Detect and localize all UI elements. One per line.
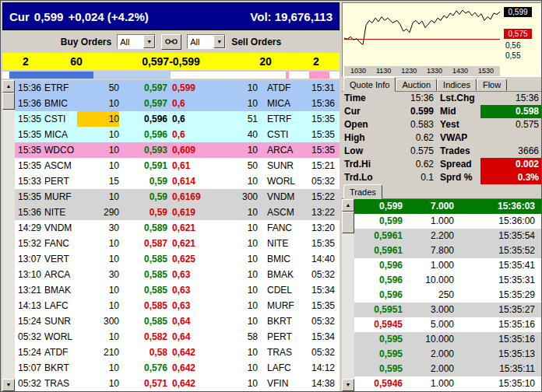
order-book-row[interactable]: 14:29 VNDM 30 0,589 0,621 10 FANC 13:20 bbox=[15, 220, 340, 236]
ask-price: 0,642 bbox=[167, 360, 217, 376]
buy-order-time: 15:24 bbox=[15, 345, 44, 360]
bid-price: 0,576 bbox=[119, 360, 167, 376]
order-book-row[interactable]: 15:35 ASCM 10 0,591 0,61 50 SUNR 15:21 bbox=[15, 158, 340, 173]
bid-price: 0,591 bbox=[119, 158, 167, 173]
order-book-row[interactable]: 15:35 MICA 10 0,596 0,6 40 CSTI 15:35 bbox=[15, 127, 340, 142]
scroll-down-icon[interactable]: ▼ bbox=[342, 379, 354, 391]
trade-time: 15:35:54 bbox=[454, 229, 541, 243]
scrollbar-thumb[interactable] bbox=[2, 93, 15, 110]
order-book-row[interactable]: 05:32 TRAS 10 0,571 0,642 10 VFIN 14:38 bbox=[15, 376, 340, 391]
trades-scrollbar[interactable]: ▲ ▼ bbox=[342, 199, 354, 391]
bid-price: 0,582 bbox=[119, 329, 167, 345]
ask-price: 0,6 bbox=[167, 96, 217, 111]
trade-price: 0,596 bbox=[354, 273, 403, 288]
order-book-row[interactable]: 15:36 NITE 290 0,59 0,619 10 ASCM 13:22 bbox=[15, 205, 340, 220]
buy-quantity: 10 bbox=[77, 236, 119, 251]
quote-label: Yest bbox=[434, 118, 480, 131]
sell-order-time: 05:32 bbox=[298, 173, 340, 189]
bid-price: 0,585 bbox=[119, 282, 167, 298]
quote-value: 0.583 bbox=[375, 118, 434, 131]
ask-price: 0,619 bbox=[167, 205, 217, 220]
quote-info-row: Time 15:36 Lst.Chg 15:36 bbox=[342, 92, 541, 105]
sell-quantity: 10 bbox=[217, 376, 258, 391]
trade-time: 15:35:10 bbox=[454, 376, 541, 391]
quote-label: Spread bbox=[434, 158, 480, 171]
scroll-down-icon[interactable]: ▼ bbox=[2, 379, 15, 391]
order-book-row[interactable]: 13:21 BMAK 10 0,585 0,63 10 CDEL 15:34 bbox=[15, 282, 340, 298]
order-book-row[interactable]: 15:36 BMIC 10 0,597 0,6 10 MICA 15:36 bbox=[15, 96, 340, 111]
buy-broker: NITE bbox=[44, 205, 77, 220]
order-book-row[interactable]: 15:07 BKRT 10 0,576 0,642 10 LAFC 14:12 bbox=[15, 360, 340, 376]
sell-filter-value: All bbox=[188, 37, 213, 47]
quote-label: Trd.Hi bbox=[342, 158, 375, 171]
buy-broker: FANC bbox=[44, 236, 77, 251]
scroll-up-icon[interactable]: ▲ bbox=[2, 80, 15, 93]
scrollbar-track[interactable] bbox=[342, 233, 354, 379]
order-book-row[interactable]: 15:35 CSTI 10 0,596 0,6 51 ETRF 15:35 bbox=[15, 111, 340, 127]
scrollbar-track[interactable] bbox=[2, 110, 15, 379]
bid-price: 0,596 bbox=[119, 111, 167, 127]
order-book-row[interactable]: 15:35 WDCO 10 0,593 0,609 10 ARCA 15:35 bbox=[15, 142, 340, 158]
buy-quantity: 15 bbox=[77, 173, 119, 189]
trade-time: 15:35:41 bbox=[454, 258, 541, 273]
buy-broker-count: 2 bbox=[2, 55, 49, 68]
bid-ask-range: 0,597-0,599 bbox=[104, 55, 238, 68]
quote-value bbox=[480, 131, 541, 145]
y-label-yesterday: 0,575 bbox=[504, 29, 532, 39]
quote-info-row: Cur 0.599 Mid 0.598 bbox=[342, 105, 541, 118]
tab-trades[interactable]: Trades bbox=[343, 184, 382, 199]
buy-broker: BKRT bbox=[44, 360, 77, 376]
buy-order-time: 15:35 bbox=[15, 142, 44, 158]
trade-quantity: 1.000 bbox=[403, 376, 454, 391]
buy-order-time: 15:36 bbox=[15, 80, 44, 96]
buy-filter-value: All bbox=[118, 37, 143, 47]
tab-flow[interactable]: Flow bbox=[477, 79, 507, 91]
trade-price: 0,599 bbox=[354, 214, 403, 229]
bid-price: 0,585 bbox=[119, 251, 167, 267]
trade-price: 0,595 bbox=[354, 347, 403, 362]
scrollbar-thumb[interactable] bbox=[342, 212, 354, 233]
quote-info-row: Trd.Hi 0.62 Spread 0.002 bbox=[342, 158, 541, 171]
sell-broker: ARCA bbox=[258, 142, 298, 158]
order-book-row[interactable]: 14:13 LAFC 10 0,585 0,63 10 MURF 15:35 bbox=[15, 298, 340, 313]
buy-quantity: 30 bbox=[77, 267, 119, 282]
sell-quantity: 10 bbox=[217, 142, 258, 158]
buy-filter-select[interactable]: All ▼ bbox=[117, 34, 156, 49]
order-book-row[interactable]: 15:24 SUNR 300 0,585 0,64 10 BKRT 05:32 bbox=[15, 313, 340, 329]
x-tick: 1430 bbox=[452, 66, 468, 76]
bid-price: 0,59 bbox=[119, 173, 167, 189]
tab-quote-info[interactable]: Quote Info bbox=[343, 77, 396, 92]
tab-indices[interactable]: Indices bbox=[437, 79, 477, 91]
sell-broker: ATDF bbox=[258, 80, 298, 96]
sell-filter-select[interactable]: All ▼ bbox=[187, 34, 226, 49]
trade-quantity: 2.000 bbox=[403, 362, 454, 376]
sell-order-time: 15:22 bbox=[298, 189, 340, 205]
ask-price: 0,6169 bbox=[167, 189, 217, 205]
buy-order-time: 15:07 bbox=[15, 360, 44, 376]
trade-row: 0,595 2.000 15:35:13 bbox=[354, 347, 541, 362]
volume-summary: Vol: 19,676,113 bbox=[250, 10, 333, 23]
chevron-down-icon[interactable]: ▼ bbox=[143, 35, 155, 48]
scroll-up-icon[interactable]: ▲ bbox=[342, 199, 354, 212]
chevron-down-icon[interactable]: ▼ bbox=[213, 35, 225, 48]
order-book-row[interactable]: 15:24 ATDF 210 0,58 0,642 10 TRAS 05:32 bbox=[15, 345, 340, 360]
trade-time: 15:35:27 bbox=[454, 303, 541, 317]
trade-price: 0,5946 bbox=[354, 376, 403, 391]
tab-auction[interactable]: Auction bbox=[396, 79, 437, 91]
order-book-row[interactable]: 15:35 MURF 10 0,59 0,6169 300 VNDM 15:22 bbox=[15, 189, 340, 205]
trade-quantity: 250 bbox=[403, 288, 454, 303]
trade-quantity: 7.800 bbox=[403, 243, 454, 258]
ask-price: 0,625 bbox=[167, 251, 217, 267]
order-book-scrollbar[interactable]: ▲ ▼ bbox=[2, 80, 15, 391]
order-book-row[interactable]: 05:32 WORL 10 0,582 0,64 58 PERT 15:34 bbox=[15, 329, 340, 345]
order-book-row[interactable]: 15:33 PERT 15 0,59 0,614 10 WORL 05:32 bbox=[15, 173, 340, 189]
link-filters-button[interactable] bbox=[161, 34, 181, 50]
trade-price: 0,596 bbox=[354, 258, 403, 273]
order-book-row[interactable]: 13:07 VERT 10 0,585 0,625 10 BMIC 14:40 bbox=[15, 251, 340, 267]
order-book-row[interactable]: 15:36 ETRF 50 0,597 0,599 10 ATDF 15:31 bbox=[15, 80, 340, 96]
order-book-row[interactable]: 15:32 FANC 10 0,587 0,621 10 NITE 15:35 bbox=[15, 236, 340, 251]
chart-y-axis: 0,599 0,575 0,56 0,55 bbox=[502, 3, 540, 76]
buy-order-time: 13:21 bbox=[15, 282, 44, 298]
order-book-row[interactable]: 13:10 ARCA 30 0,585 0,63 10 BMAK 05:32 bbox=[15, 267, 340, 282]
sell-depth-bar bbox=[171, 72, 340, 79]
